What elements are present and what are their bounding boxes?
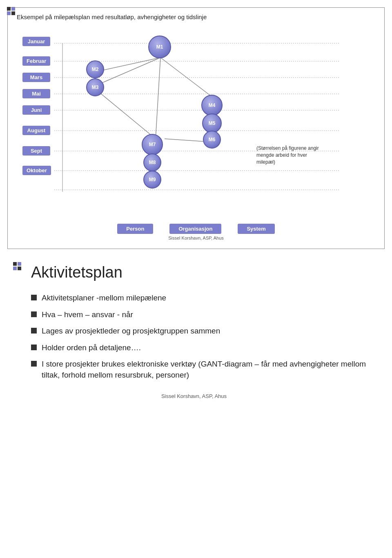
milestone-m9: M9 <box>143 171 161 189</box>
bullet-square-3 <box>31 328 37 333</box>
bottom-section: Aktivitetsplan Aktivitetsplaner -mellom … <box>7 256 385 558</box>
milestone-m6: M6 <box>203 131 221 149</box>
bullet-item-5: I store prosjekter brukes elektroniske v… <box>31 359 373 380</box>
top-section: Eksempel på milepælsplan med resultatløp… <box>7 7 385 249</box>
svg-line-1 <box>97 58 160 85</box>
month-mars: Mars <box>22 73 50 82</box>
svg-line-4 <box>97 91 156 139</box>
month-juni: Juni <box>22 105 50 115</box>
milestone-m8: M8 <box>143 153 161 171</box>
diagram-area: Januar Februar Mars Mai Juni August Sept… <box>13 24 379 220</box>
milestone-m1: M1 <box>148 36 171 58</box>
milestone-m3: M3 <box>86 78 104 96</box>
bullet-list: Aktivitetsplaner -mellom milepælene Hva … <box>31 293 373 381</box>
diagram-note: (Størrelsen på figurene angirmengde arbe… <box>256 145 319 165</box>
bullet-item-2: Hva – hvem – ansvar - når <box>31 309 373 320</box>
category-row: Person Organisasjon System <box>13 224 379 234</box>
milestone-m4: M4 <box>201 95 223 116</box>
top-attribution: Sissel Korshavn, ASP, Ahus <box>13 236 379 240</box>
top-title: Eksempel på milepælsplan med resultatløp… <box>17 13 379 20</box>
diagram-lines <box>13 24 379 220</box>
month-mai: Mai <box>22 89 50 98</box>
svg-line-3 <box>156 58 160 139</box>
bullet-square-5 <box>31 361 37 367</box>
month-februar: Februar <box>22 56 50 66</box>
bullet-square-4 <box>31 345 37 350</box>
bottom-attribution: Sissel Korshavn, ASP, Ahus <box>15 393 373 406</box>
month-januar: Januar <box>22 37 50 46</box>
month-oktober: Oktober <box>22 166 51 175</box>
top-corner-decoration <box>7 7 15 15</box>
category-person: Person <box>117 224 153 234</box>
bullet-item-4: Holder orden på detaljene…. <box>31 342 373 353</box>
svg-line-0 <box>97 58 160 71</box>
bullet-item-1: Aktivitetsplaner -mellom milepælene <box>31 293 373 304</box>
svg-line-2 <box>160 58 214 98</box>
bullet-square-2 <box>31 311 37 317</box>
month-sept: Sept <box>22 146 50 156</box>
section-title: Aktivitetsplan <box>31 264 373 281</box>
category-system: System <box>238 224 274 234</box>
bullet-item-3: Lages av prosjektleder og prosjektgruppe… <box>31 326 373 337</box>
page: Eksempel på milepælsplan med resultatløp… <box>0 0 392 558</box>
milestone-m2: M2 <box>86 60 104 78</box>
milestone-m5: M5 <box>202 113 222 133</box>
bullet-square-1 <box>31 295 37 300</box>
month-august: August <box>22 126 50 135</box>
bottom-corner-decoration <box>13 262 21 270</box>
milestone-m7: M7 <box>142 134 163 155</box>
category-organisasjon: Organisasjon <box>169 224 221 234</box>
